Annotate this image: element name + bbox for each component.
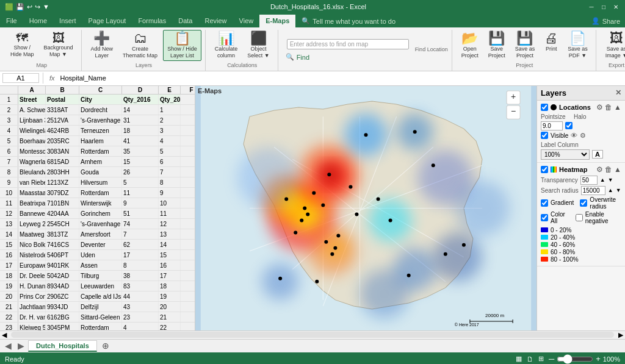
pointsize-input[interactable]: [541, 121, 563, 130]
cell[interactable]: Postal: [46, 95, 79, 104]
cell[interactable]: 2803HH: [46, 167, 79, 177]
view-page-break-icon[interactable]: ⊞: [538, 355, 544, 363]
filter-icon[interactable]: ⚙: [580, 132, 586, 140]
cell[interactable]: 8: [122, 260, 159, 270]
tab-page-layout[interactable]: Page Layout: [82, 15, 132, 27]
visible-checkbox[interactable]: [541, 132, 548, 139]
create-thematic-map-btn[interactable]: 🗂 CreateThematic Map: [118, 30, 162, 61]
cell[interactable]: Hilversum: [79, 177, 122, 187]
cell[interactable]: 5042AD: [46, 271, 79, 280]
cell[interactable]: Maatweg 3: [18, 229, 46, 239]
scroll-left-btn[interactable]: ◀: [0, 331, 9, 339]
cell[interactable]: Tilburg: [79, 271, 122, 280]
cell[interactable]: Dordrecht: [79, 105, 122, 115]
cell[interactable]: 43: [122, 302, 159, 312]
cell[interactable]: 11: [122, 188, 159, 198]
cell[interactable]: 7: [159, 167, 181, 177]
cell[interactable]: Europaweg-Zuid 1: [18, 260, 46, 270]
cell[interactable]: 5: [159, 146, 181, 156]
cell[interactable]: 22: [159, 323, 181, 330]
cell[interactable]: 8: [159, 177, 181, 187]
cell[interactable]: 9: [122, 198, 159, 208]
cell[interactable]: 1213XZ: [46, 177, 79, 187]
cell[interactable]: 3813TZ: [46, 229, 79, 239]
gradient-checkbox[interactable]: [541, 199, 548, 207]
cell[interactable]: Dr. H. van der Hoffplein 1: [18, 312, 46, 322]
cell[interactable]: Capelle a/d IJsse: [79, 291, 122, 301]
cell[interactable]: 8934AD: [46, 281, 79, 291]
sheet-tab-dutch-hospitals[interactable]: Dutch_Hospitals: [28, 340, 97, 352]
cell[interactable]: 's-Gravenhage: [79, 115, 122, 125]
label-column-select[interactable]: 100%: [541, 149, 590, 160]
cell[interactable]: H. Dunantweg 2: [18, 281, 46, 291]
cell[interactable]: Dr. Deelenlaan 5: [18, 271, 46, 280]
col-header-e[interactable]: E: [159, 86, 181, 94]
maximize-btn[interactable]: □: [599, 2, 608, 11]
address-search-bar[interactable]: Enter address to find on map: [287, 39, 409, 49]
cell[interactable]: 7: [122, 229, 159, 239]
cell[interactable]: 6162BG: [46, 312, 79, 322]
save-as-project-btn[interactable]: 💾 Save asProject: [511, 30, 540, 61]
cell[interactable]: 41: [122, 136, 159, 146]
cell[interactable]: 6815AD: [46, 157, 79, 166]
tab-home[interactable]: Home: [23, 15, 53, 27]
background-map-btn[interactable]: 🖼 BackgroundMap ▼: [40, 30, 78, 60]
cell[interactable]: 5406PT: [46, 250, 79, 260]
cell[interactable]: Wielingelaan 2: [18, 126, 46, 135]
cell[interactable]: 4: [122, 323, 159, 330]
share-button[interactable]: 👤Share: [587, 15, 625, 27]
cell[interactable]: 20: [159, 302, 181, 312]
cell[interactable]: 38: [122, 271, 159, 280]
cell[interactable]: Rotterdam: [79, 146, 122, 156]
quick-access-save[interactable]: 💾: [16, 3, 24, 11]
cell[interactable]: 14: [122, 105, 159, 115]
tab-data[interactable]: Data: [172, 15, 198, 27]
tab-file[interactable]: File: [0, 15, 23, 27]
cell-reference-input[interactable]: [2, 73, 39, 83]
cell[interactable]: 12: [159, 219, 181, 229]
cell[interactable]: Jachtlaan 50: [18, 302, 46, 312]
save-project-btn[interactable]: 💾 SaveProject: [484, 30, 510, 61]
cell[interactable]: Beatrixpark 1: [18, 198, 46, 208]
cell[interactable]: 3079DZ: [46, 188, 79, 198]
cell[interactable]: 2: [159, 115, 181, 125]
cell[interactable]: 2512VA: [46, 115, 79, 125]
tab-formulas[interactable]: Formulas: [132, 15, 172, 27]
cell[interactable]: Assen: [79, 260, 122, 270]
cell[interactable]: 7101BN: [46, 198, 79, 208]
heatmap-expand-icon[interactable]: ▲: [614, 165, 621, 174]
cell[interactable]: Prins Constantijnweg 2: [18, 291, 46, 301]
cell[interactable]: 2906ZC: [46, 291, 79, 301]
transparency-stepper-up[interactable]: ▲: [600, 177, 605, 183]
cell[interactable]: 17: [122, 250, 159, 260]
cell[interactable]: 62: [122, 240, 159, 249]
cell[interactable]: Bleulandweg 10: [18, 167, 46, 177]
cell[interactable]: 35: [122, 146, 159, 156]
cell[interactable]: 23: [122, 312, 159, 322]
cell[interactable]: 2545CH: [46, 219, 79, 229]
cell[interactable]: 's-Gravenhage: [79, 219, 122, 229]
locations-settings-icon[interactable]: ⚙: [596, 103, 603, 112]
col-header-b[interactable]: B: [46, 86, 79, 94]
quick-access-undo[interactable]: ↩: [27, 3, 32, 11]
cell[interactable]: Arnhem: [79, 157, 122, 166]
color-all-checkbox[interactable]: [541, 214, 548, 221]
quick-access-redo[interactable]: ↪: [35, 3, 40, 11]
cell[interactable]: 15: [122, 157, 159, 166]
eye-icon[interactable]: 👁: [571, 132, 577, 139]
horizontal-scrollbar[interactable]: [11, 332, 614, 338]
show-hide-layer-list-btn[interactable]: 📋 Show / HideLayer List: [163, 30, 201, 61]
tab-nav-prev[interactable]: ◀: [2, 341, 14, 351]
cell[interactable]: 15: [159, 250, 181, 260]
cell[interactable]: 11: [159, 209, 181, 218]
open-project-btn[interactable]: 📂 OpenProject: [457, 30, 483, 61]
enable-negative-checkbox[interactable]: [576, 214, 583, 221]
col-header-c[interactable]: C: [79, 86, 122, 94]
cell[interactable]: 5: [122, 177, 159, 187]
close-btn[interactable]: ✕: [612, 2, 620, 11]
cell[interactable]: Winterswijk: [79, 198, 122, 208]
cell[interactable]: 9401RK: [46, 260, 79, 270]
heatmap-checkbox[interactable]: [541, 166, 548, 173]
heatmap-trash-icon[interactable]: 🗑: [605, 165, 612, 174]
cell[interactable]: 9: [159, 188, 181, 198]
